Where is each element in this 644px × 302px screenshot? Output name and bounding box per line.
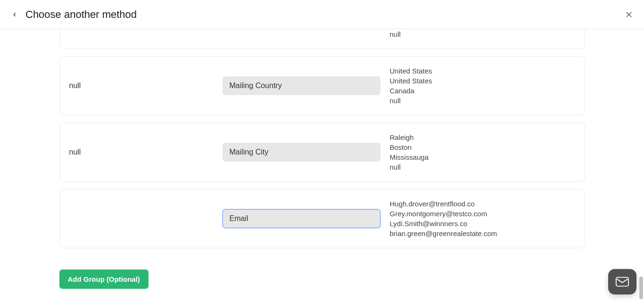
mail-icon (615, 276, 629, 287)
row-samples: null (390, 29, 575, 39)
sample-value: brian.green@greenrealestate.com (390, 229, 575, 238)
sample-value: Raleigh (390, 132, 575, 142)
row-left-label: null (69, 148, 223, 156)
sample-value: null (390, 29, 575, 39)
row-samples: Hugh.drover@trentflood.co Grey.montgomer… (390, 199, 575, 238)
page-title: Choose another method (25, 8, 137, 21)
sample-value: Mississauga (390, 152, 575, 162)
add-group-button[interactable]: Add Group (Optional) (59, 269, 149, 289)
content-scroll[interactable]: null null Mailing Country United States … (0, 29, 644, 302)
mapping-row-city: null Mailing City Raleigh Boston Mississ… (59, 122, 585, 182)
sample-value: Canada (390, 86, 575, 96)
header-left: Choose another method (9, 8, 137, 21)
row-field-cell: Mailing City (223, 143, 390, 162)
mapping-row-email: Email Hugh.drover@trentflood.co Grey.mon… (59, 189, 585, 248)
scrollbar-thumb[interactable] (639, 277, 643, 299)
mapping-row-country: null Mailing Country United States Unite… (59, 56, 585, 115)
close-icon (625, 10, 633, 19)
row-samples: Raleigh Boston Mississauga null (390, 132, 575, 172)
row-field-cell: Mailing Country (223, 76, 390, 95)
row-field-cell: Email (223, 209, 390, 228)
sample-value: null (390, 96, 575, 106)
sample-value: Hugh.drover@trentflood.co (390, 199, 575, 209)
back-button[interactable] (9, 9, 20, 20)
field-select-city[interactable]: Mailing City (223, 143, 380, 162)
sample-value: null (390, 162, 575, 172)
content: null null Mailing Country United States … (59, 29, 585, 302)
row-samples: United States United States Canada null (390, 66, 575, 106)
sample-value: United States (390, 76, 575, 86)
row-left-label: null (69, 82, 223, 90)
sample-value: Boston (390, 142, 575, 152)
sample-value: United States (390, 66, 575, 76)
chevron-left-icon (11, 11, 18, 18)
mapping-row-partial: null (59, 29, 585, 49)
sample-value: Grey.montgomery@testco.com (390, 209, 575, 219)
chat-widget-button[interactable] (608, 269, 636, 294)
page-header: Choose another method (0, 0, 644, 29)
close-button[interactable] (623, 9, 635, 20)
svg-rect-2 (616, 278, 628, 286)
sample-value: Lydi.Smith@winnners.co (390, 219, 575, 229)
field-select-email[interactable]: Email (223, 209, 380, 228)
field-select-country[interactable]: Mailing Country (223, 76, 380, 95)
